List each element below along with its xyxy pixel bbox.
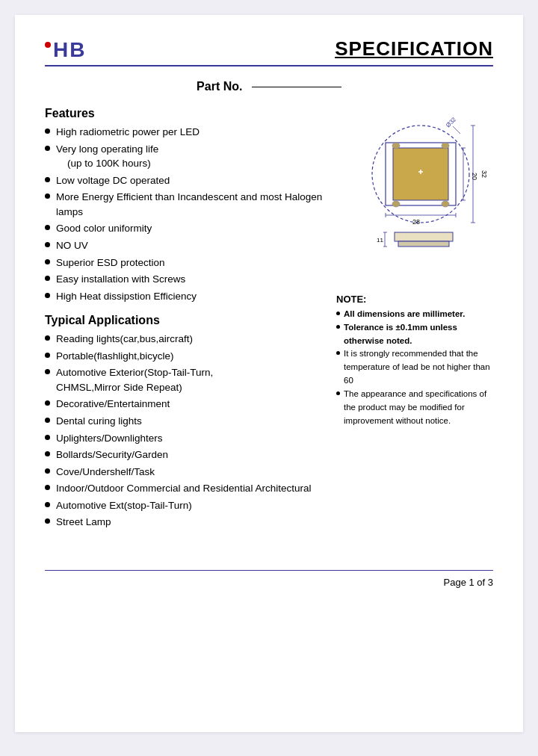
- list-item: Easy installation with Screws: [45, 272, 329, 287]
- spec-title: SPECIFICATION: [335, 37, 493, 61]
- list-item: Superior ESD protection: [45, 255, 329, 270]
- bullet-dot: [45, 193, 50, 199]
- bullet-dot: [45, 400, 50, 406]
- svg-point-5: [392, 201, 400, 207]
- list-item: Very long operating life (up to 100K hou…: [45, 142, 329, 171]
- svg-text:28: 28: [412, 218, 419, 226]
- app-item-10: Automotive Ext(stop-Tail-Turn): [56, 498, 329, 513]
- bullet-dot: [45, 128, 50, 134]
- typical-apps-title: Typical Applications: [45, 314, 329, 327]
- note-item-3: It is strongly recommended that the temp…: [336, 347, 493, 387]
- note-item-4: The appearance and specifications of the…: [336, 388, 493, 427]
- note-section: NOTE: All dimensions are millimeter. Tol…: [336, 294, 493, 427]
- logo-dot: [45, 42, 51, 48]
- features-list: High radiometric power per LED Very long…: [45, 125, 329, 303]
- feature-item-9: High Heat dissipstion Efficiency: [56, 289, 329, 304]
- note-bullet: [336, 325, 340, 329]
- list-item: Automotive Exterior(Stop-Tail-Turn, CHMS…: [45, 365, 329, 394]
- bullet-dot: [45, 276, 50, 281]
- app-item-9: Indoor/Outdoor Commercial and Residentia…: [56, 481, 329, 496]
- svg-point-3: [392, 143, 400, 149]
- app-item-3: Automotive Exterior(Stop-Tail-Turn, CHMS…: [56, 365, 329, 394]
- app-item-8: Cove/Undershelf/Task: [56, 465, 329, 480]
- note-item-1: All dimensions are millimeter.: [336, 308, 493, 321]
- svg-rect-24: [398, 241, 449, 247]
- logo-h: H: [53, 40, 68, 61]
- page-info: Page 1 of 3: [444, 577, 494, 588]
- app-item-2: Portable(flashlight,bicycle): [56, 349, 329, 364]
- bullet-dot: [45, 518, 50, 524]
- bullet-dot: [45, 418, 50, 423]
- svg-rect-23: [395, 232, 453, 241]
- svg-point-6: [442, 201, 449, 207]
- bullet-dot: [45, 146, 50, 151]
- bullet-dot: [45, 485, 50, 490]
- right-column: 28 20 32 Ø32: [336, 107, 493, 540]
- list-item: High Heat dissipstion Efficiency: [45, 289, 329, 304]
- list-item: Uplighters/Downlighters: [45, 431, 329, 446]
- svg-text:Ø32: Ø32: [445, 116, 457, 128]
- bullet-dot: [45, 502, 50, 507]
- logo-b: B: [69, 40, 84, 61]
- feature-item-2: Very long operating life (up to 100K hou…: [56, 142, 329, 171]
- list-item: Cove/Undershelf/Task: [45, 465, 329, 480]
- feature-item-5: Good color uniformity: [56, 221, 329, 236]
- feature-item-1: High radiometric power per LED: [56, 125, 329, 140]
- feature-item-4: More Energy Efficient than Incandescent …: [56, 190, 329, 219]
- feature-item-7: Superior ESD protection: [56, 255, 329, 270]
- app-item-5: Dental curing lights: [56, 414, 329, 429]
- part-no-label: Part No.: [197, 80, 242, 93]
- app-item-6: Uplighters/Downlighters: [56, 431, 329, 446]
- bullet-dot: [45, 225, 50, 230]
- app-item-11: Street Lamp: [56, 515, 329, 530]
- led-diagram: 28 20 32 Ø32: [342, 107, 488, 279]
- note-bullet: [336, 391, 340, 395]
- list-item: Portable(flashlight,bicycle): [45, 349, 329, 364]
- part-no-line: [252, 87, 341, 87]
- bullet-dot: [45, 451, 50, 456]
- app-item-7: Bollards/Security/Garden: [56, 447, 329, 462]
- svg-text:32: 32: [480, 170, 488, 178]
- app-item-1: Reading lights(car,bus,aircraft): [56, 332, 329, 347]
- bullet-dot: [45, 259, 50, 264]
- svg-line-22: [453, 126, 460, 134]
- list-item: Reading lights(car,bus,aircraft): [45, 332, 329, 347]
- bullet-dot: [45, 335, 50, 341]
- typical-apps-list: Reading lights(car,bus,aircraft) Portabl…: [45, 332, 329, 530]
- page-footer: Page 1 of 3: [45, 570, 493, 588]
- list-item: Automotive Ext(stop-Tail-Turn): [45, 498, 329, 513]
- list-item: Bollards/Security/Garden: [45, 447, 329, 462]
- bullet-dot: [45, 242, 50, 247]
- list-item: Decorative/Entertainment: [45, 397, 329, 412]
- feature-item-6: NO UV: [56, 238, 329, 253]
- company-logo: H B: [45, 40, 84, 61]
- note-bullet: [336, 312, 340, 315]
- list-item: Indoor/Outdoor Commercial and Residentia…: [45, 481, 329, 496]
- bullet-dot: [45, 293, 50, 298]
- app-item-4: Decorative/Entertainment: [56, 397, 329, 412]
- bullet-dot: [45, 468, 50, 474]
- note-list: All dimensions are millimeter. Tolerance…: [336, 308, 493, 427]
- bullet-dot: [45, 353, 50, 358]
- list-item: Good color uniformity: [45, 221, 329, 236]
- bullet-dot: [45, 369, 50, 374]
- bullet-dot: [45, 435, 50, 440]
- main-content: Features High radiometric power per LED …: [45, 107, 493, 540]
- feature-item-8: Easy installation with Screws: [56, 272, 329, 287]
- page-header: H B SPECIFICATION: [45, 37, 493, 66]
- note-title: NOTE:: [336, 294, 493, 305]
- list-item: Street Lamp: [45, 515, 329, 530]
- bullet-dot: [45, 177, 50, 182]
- list-item: Dental curing lights: [45, 414, 329, 429]
- note-bullet: [336, 351, 340, 355]
- svg-text:20: 20: [471, 173, 478, 180]
- svg-text:11: 11: [377, 237, 383, 244]
- left-column: Features High radiometric power per LED …: [45, 107, 329, 540]
- feature-item-3: Low voltage DC operated: [56, 173, 329, 188]
- list-item: Low voltage DC operated: [45, 173, 329, 188]
- list-item: High radiometric power per LED: [45, 125, 329, 140]
- diagram-container: 28 20 32 Ø32: [336, 107, 493, 279]
- features-title: Features: [45, 107, 329, 120]
- list-item: More Energy Efficient than Incandescent …: [45, 190, 329, 219]
- svg-point-4: [442, 143, 449, 149]
